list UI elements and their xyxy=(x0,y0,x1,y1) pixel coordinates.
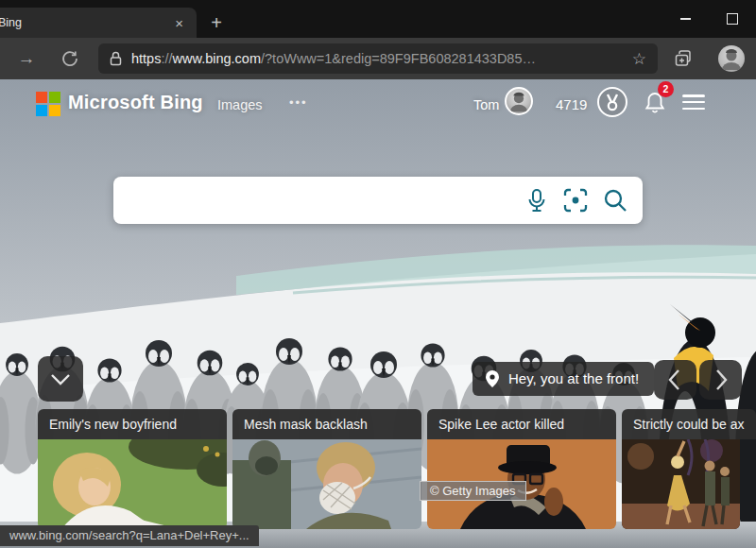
rewards-medal-icon xyxy=(596,86,628,118)
bing-homepage: Microsoft Bing Images ••• Tom 4719 xyxy=(0,79,756,548)
search-bar[interactable] xyxy=(113,177,643,224)
news-card-image-mesh-mask xyxy=(232,439,421,529)
news-card-title: Emily's new boyfriend xyxy=(38,409,227,439)
news-card-mesh-mask[interactable]: Mesh mask backlash xyxy=(232,409,421,529)
image-info-expand-button[interactable] xyxy=(38,356,83,402)
favorite-star-icon[interactable]: ☆ xyxy=(632,49,646,69)
menu-bar xyxy=(682,108,705,111)
url-scheme: https xyxy=(131,51,161,66)
forward-button[interactable]: → xyxy=(9,38,43,79)
refresh-icon xyxy=(61,50,78,67)
carousel-next-button[interactable] xyxy=(699,360,742,400)
url-separator: :// xyxy=(161,51,172,66)
minimize-icon xyxy=(680,18,691,20)
visual-search-button[interactable] xyxy=(563,188,588,213)
window-maximize-button[interactable] xyxy=(711,0,754,38)
chevron-down-icon xyxy=(38,356,83,402)
news-card-title: Strictly could be ax xyxy=(622,409,756,439)
address-bar[interactable]: https://www.bing.com/?toWww=1&redig=89F9… xyxy=(98,43,658,74)
nav-more-menu[interactable]: ••• xyxy=(289,95,308,110)
news-card-image-emily xyxy=(38,439,227,529)
browser-profile-avatar[interactable] xyxy=(718,45,745,72)
brand-title[interactable]: Microsoft Bing xyxy=(68,92,203,113)
search-icons xyxy=(525,188,627,213)
new-tab-button[interactable]: + xyxy=(204,11,229,36)
tab-bar: Bing × + xyxy=(0,0,756,38)
profile-photo xyxy=(718,45,745,72)
url-domain: www.bing.com xyxy=(173,51,261,66)
collections-button[interactable] xyxy=(673,48,694,73)
notification-count-badge: 2 xyxy=(658,81,674,97)
location-pin-icon xyxy=(484,369,501,388)
menu-bar xyxy=(682,101,705,104)
logo-square-yellow xyxy=(49,105,60,116)
link-status-tooltip: www.bing.com/search?q=Lana+Del+Rey+... xyxy=(0,525,259,546)
tab-bing[interactable]: Bing × xyxy=(0,8,197,38)
rewards-medal-button[interactable] xyxy=(596,86,628,122)
microphone-button[interactable] xyxy=(525,188,548,213)
news-card-title: Mesh mask backlash xyxy=(232,409,421,439)
getty-attribution-label: © Getty Images xyxy=(420,481,526,501)
news-card-title: Spike Lee actor killed xyxy=(427,409,616,439)
tab-close-icon[interactable]: × xyxy=(175,15,183,31)
menu-bar xyxy=(682,94,705,97)
search-submit-button[interactable] xyxy=(603,188,627,213)
search-input[interactable] xyxy=(129,192,525,209)
logo-square-blue xyxy=(36,105,47,116)
chevron-right-icon xyxy=(699,360,742,400)
logo-square-green xyxy=(49,92,60,103)
hamburger-menu-button[interactable] xyxy=(682,94,705,110)
news-card-image-strictly xyxy=(622,439,740,529)
user-photo xyxy=(507,89,531,113)
browser-toolbar: → https://www.bing.com/?toWww=1&redig=89… xyxy=(0,38,756,79)
user-name[interactable]: Tom xyxy=(473,97,499,112)
microsoft-logo-icon[interactable] xyxy=(36,92,60,116)
tab-title: Bing xyxy=(0,16,175,29)
url-text: https://www.bing.com/?toWww=1&redig=89F9… xyxy=(131,51,625,66)
maximize-icon xyxy=(727,13,738,25)
bing-header: Microsoft Bing Images ••• Tom 4719 xyxy=(0,79,756,123)
lock-icon xyxy=(110,51,122,66)
collections-icon xyxy=(673,48,694,69)
chevron-left-icon xyxy=(654,360,696,400)
hero-caption-text: Hey, you at the front! xyxy=(508,370,639,386)
url-path: /?toWww=1&redig=89F9FB608281433D85… xyxy=(261,51,536,66)
user-avatar[interactable] xyxy=(505,87,533,115)
news-card-emily[interactable]: Emily's new boyfriend xyxy=(38,409,227,529)
news-card-strictly[interactable]: Strictly could be ax xyxy=(622,409,756,529)
browser-window: Bing × + → https://www.bing.com/?toWww=1… xyxy=(0,0,756,548)
window-minimize-button[interactable] xyxy=(663,0,707,38)
news-card-spike-lee[interactable]: Spike Lee actor killed xyxy=(427,409,616,529)
nav-item-images[interactable]: Images xyxy=(217,97,263,112)
refresh-button[interactable] xyxy=(53,38,87,79)
hero-caption[interactable]: Hey, you at the front! xyxy=(472,362,654,396)
logo-square-red xyxy=(36,92,47,103)
carousel-previous-button[interactable] xyxy=(654,360,696,400)
rewards-points[interactable]: 4719 xyxy=(556,96,587,112)
